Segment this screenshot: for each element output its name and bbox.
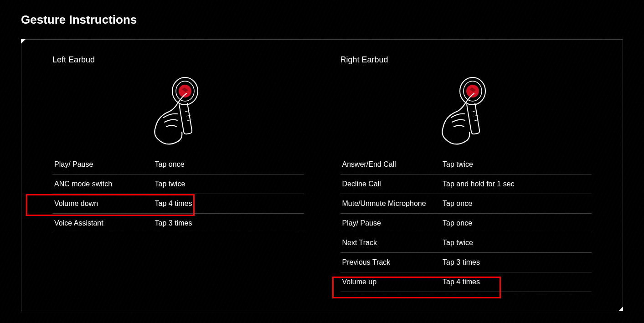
gesture-action: Play/ Pause: [52, 155, 153, 174]
left-earbud-tap-icon: [142, 73, 215, 146]
table-row: Play/ Pause Tap once: [340, 214, 592, 233]
right-earbud-tap-icon: [429, 73, 502, 146]
left-earbud-column: Left Earbud: [34, 55, 322, 302]
left-earbud-heading: Left Earbud: [52, 55, 304, 65]
gesture-action: Decline Call: [340, 174, 441, 194]
gesture-value: Tap once: [441, 194, 592, 214]
table-row: ANC mode switch Tap twice: [52, 174, 304, 194]
table-row: Decline Call Tap and hold for 1 sec: [340, 174, 592, 194]
gesture-action: Mute/Unmute Microphone: [340, 194, 441, 214]
table-row: Previous Track Tap 3 times: [340, 253, 592, 272]
gesture-action: Play/ Pause: [340, 214, 441, 233]
page-title: Gesture Instructions: [0, 0, 644, 27]
gesture-action: ANC mode switch: [52, 174, 153, 194]
gesture-value: Tap 4 times: [153, 194, 304, 214]
gesture-value: Tap once: [153, 155, 304, 174]
gesture-value: Tap twice: [441, 233, 592, 253]
right-earbud-heading: Right Earbud: [340, 55, 592, 65]
gesture-value: Tap 3 times: [441, 253, 592, 272]
table-row: Volume down Tap 4 times: [52, 194, 304, 214]
table-row: Volume up Tap 4 times: [340, 272, 592, 292]
svg-line-11: [474, 120, 479, 121]
table-row: Answer/End Call Tap twice: [340, 155, 592, 174]
right-gesture-table: Answer/End Call Tap twice Decline Call T…: [340, 155, 592, 292]
gesture-action: Answer/End Call: [340, 155, 441, 174]
table-row: Mute/Unmute Microphone Tap once: [340, 194, 592, 214]
table-row: Voice Assistant Tap 3 times: [52, 214, 304, 233]
gesture-value: Tap 3 times: [153, 214, 304, 233]
gesture-value: Tap twice: [153, 174, 304, 194]
svg-line-5: [187, 120, 191, 121]
gesture-action: Previous Track: [340, 253, 441, 272]
gesture-value: Tap and hold for 1 sec: [441, 174, 592, 194]
gesture-value: Tap 4 times: [441, 272, 592, 292]
gesture-action: Volume up: [340, 272, 441, 292]
table-row: Next Track Tap twice: [340, 233, 592, 253]
gesture-action: Volume down: [52, 194, 153, 214]
gesture-action: Next Track: [340, 233, 441, 253]
gesture-value: Tap once: [441, 214, 592, 233]
gesture-action: Voice Assistant: [52, 214, 153, 233]
gesture-value: Tap twice: [441, 155, 592, 174]
table-row: Play/ Pause Tap once: [52, 155, 304, 174]
left-gesture-table: Play/ Pause Tap once ANC mode switch Tap…: [52, 155, 304, 233]
instructions-panel: Left Earbud: [21, 39, 623, 311]
right-earbud-column: Right Earbud Answer/End Call Ta: [322, 55, 610, 302]
